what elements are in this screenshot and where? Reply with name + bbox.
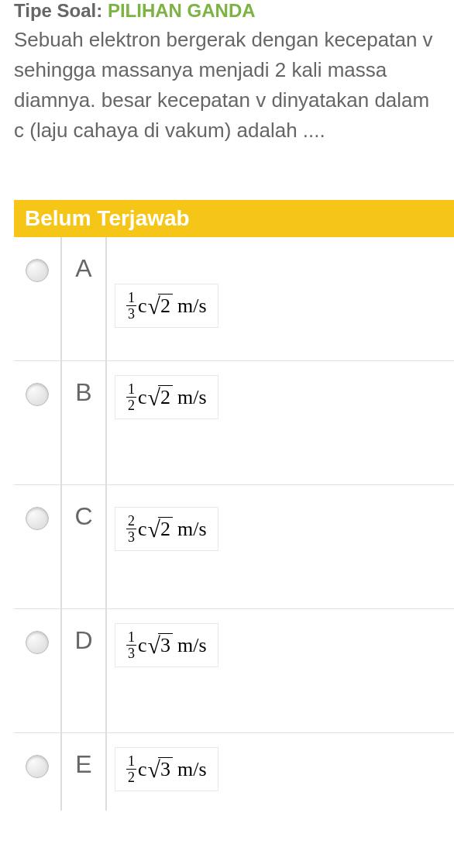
unit: m/s xyxy=(177,518,207,541)
unit: m/s xyxy=(177,386,207,409)
option-letter-b: B xyxy=(60,361,107,484)
frac-num: 1 xyxy=(126,630,136,646)
option-letter-e: E xyxy=(60,733,107,811)
radio-a[interactable] xyxy=(26,259,49,282)
coef: c xyxy=(138,294,147,318)
option-b-formula: 1 2 c √2 m/s xyxy=(115,375,218,419)
unit: m/s xyxy=(177,294,207,318)
answer-status-bar: Belum Terjawab xyxy=(14,200,454,237)
option-d-formula: 1 3 c √3 m/s xyxy=(115,623,218,667)
coef: c xyxy=(138,634,147,657)
unit: m/s xyxy=(177,758,207,781)
radio-c[interactable] xyxy=(26,507,49,530)
question-text: Sebuah elektron bergerak dengan kecepata… xyxy=(14,25,440,146)
option-c-row[interactable]: C 2 3 c √2 m/s xyxy=(14,485,454,609)
option-d-row[interactable]: D 1 3 c √3 m/s xyxy=(14,609,454,733)
option-b-row[interactable]: B 1 2 c √2 m/s xyxy=(14,361,454,485)
frac-den: 2 xyxy=(128,398,135,412)
frac-num: 1 xyxy=(126,754,136,770)
radicand: 3 xyxy=(158,757,173,781)
frac-num: 2 xyxy=(126,514,136,529)
radio-d[interactable] xyxy=(26,631,49,654)
frac-den: 3 xyxy=(128,306,135,321)
options-list: A 1 3 c √2 m/s B 1 2 c xyxy=(14,237,454,811)
option-a-formula: 1 3 c √2 m/s xyxy=(115,284,218,328)
frac-num: 1 xyxy=(126,291,136,306)
unit: m/s xyxy=(177,634,207,657)
frac-num: 1 xyxy=(126,382,136,398)
option-letter-d: D xyxy=(60,609,107,732)
radicand: 2 xyxy=(158,294,173,318)
option-letter-c: C xyxy=(60,485,107,608)
radio-e[interactable] xyxy=(26,755,49,778)
radicand: 3 xyxy=(158,633,173,657)
frac-den: 2 xyxy=(128,770,135,784)
frac-den: 3 xyxy=(128,529,135,544)
option-e-formula: 1 2 c √3 m/s xyxy=(115,747,218,791)
option-a-row[interactable]: A 1 3 c √2 m/s xyxy=(14,237,454,361)
option-e-row[interactable]: E 1 2 c √3 m/s xyxy=(14,733,454,811)
radicand: 2 xyxy=(158,517,173,541)
question-type-value: PILIHAN GANDA xyxy=(108,0,256,21)
radio-b[interactable] xyxy=(26,383,49,406)
option-letter-a: A xyxy=(60,237,107,360)
option-c-formula: 2 3 c √2 m/s xyxy=(115,507,218,551)
coef: c xyxy=(138,386,147,409)
coef: c xyxy=(138,518,147,541)
coef: c xyxy=(138,758,147,781)
question-type-label: Tipe Soal: xyxy=(14,0,108,21)
frac-den: 3 xyxy=(128,646,135,660)
radicand: 2 xyxy=(158,385,173,409)
